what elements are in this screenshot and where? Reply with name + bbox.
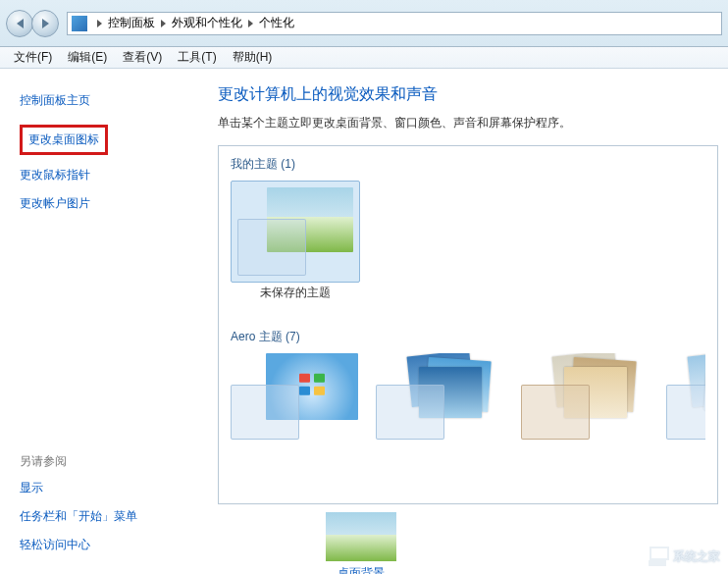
breadcrumb-item[interactable]: 控制面板	[108, 15, 155, 31]
see-also-display[interactable]: 显示	[20, 474, 206, 502]
windows-logo-icon	[299, 374, 325, 395]
desktop-background-button[interactable]: 桌面背景 9764	[302, 512, 420, 574]
theme-item-aero[interactable]	[231, 353, 358, 440]
chevron-right-icon	[97, 20, 102, 27]
menu-bar: 文件(F) 编辑(E) 查看(V) 工具(T) 帮助(H)	[0, 47, 728, 69]
sidebar-home-link[interactable]: 控制面板主页	[20, 86, 206, 115]
back-button[interactable]	[6, 10, 33, 37]
themes-list-box: 我的主题 (1) 未保存的主题 Aero 主题 (7)	[218, 145, 718, 504]
window-color-icon	[521, 385, 590, 440]
watermark: 系统之家	[646, 547, 720, 566]
window-color-icon	[231, 385, 299, 440]
menu-help[interactable]: 帮助(H)	[225, 47, 281, 68]
window-color-icon	[666, 385, 705, 440]
wallpaper-icon	[326, 512, 396, 561]
control-panel-icon	[72, 16, 87, 31]
house-icon	[646, 547, 669, 566]
window-titlebar: 控制面板 外观和个性化 个性化	[0, 0, 728, 47]
theme-item-aero[interactable]	[521, 353, 649, 440]
sidebar-link-desktop-icons[interactable]: 更改桌面图标	[28, 131, 99, 148]
arrow-left-icon	[17, 19, 24, 28]
page-subtitle: 单击某个主题立即更改桌面背景、窗口颜色、声音和屏幕保护程序。	[218, 115, 718, 131]
theme-item-aero[interactable]	[376, 353, 503, 440]
breadcrumb-item[interactable]: 外观和个性化	[172, 15, 242, 31]
menu-file[interactable]: 文件(F)	[6, 47, 60, 68]
forward-button[interactable]	[31, 10, 59, 37]
theme-name: 未保存的主题	[231, 285, 360, 301]
section-my-themes: 我的主题 (1)	[231, 156, 705, 173]
section-aero-themes: Aero 主题 (7)	[231, 329, 705, 345]
address-bar[interactable]: 控制面板 外观和个性化 个性化	[67, 12, 722, 35]
highlight-annotation: 更改桌面图标	[20, 125, 108, 155]
chevron-right-icon	[161, 20, 166, 27]
see-also-ease[interactable]: 轻松访问中心	[20, 531, 206, 559]
menu-view[interactable]: 查看(V)	[115, 47, 170, 68]
sidebar-link-account-picture[interactable]: 更改帐户图片	[20, 189, 206, 218]
main-content: 更改计算机上的视觉效果和声音 单击某个主题立即更改桌面背景、窗口颜色、声音和屏幕…	[206, 69, 728, 574]
window-color-icon	[376, 385, 444, 440]
see-also-taskbar[interactable]: 任务栏和「开始」菜单	[20, 502, 206, 531]
theme-item-aero[interactable]	[666, 353, 705, 440]
menu-tools[interactable]: 工具(T)	[170, 47, 224, 68]
theme-item-unsaved[interactable]: 未保存的主题	[231, 181, 360, 301]
breadcrumb-item[interactable]: 个性化	[259, 15, 294, 31]
aero-themes-row	[231, 353, 705, 440]
watermark-text: 系统之家	[673, 548, 720, 565]
page-title: 更改计算机上的视觉效果和声音	[218, 84, 718, 105]
desktop-bg-label: 桌面背景	[338, 565, 385, 574]
window-color-icon	[237, 219, 306, 276]
nav-buttons	[6, 10, 59, 37]
theme-thumbnail	[231, 181, 360, 283]
sidebar-link-mouse-pointers[interactable]: 更改鼠标指针	[20, 161, 206, 189]
menu-edit[interactable]: 编辑(E)	[60, 47, 115, 68]
arrow-right-icon	[42, 19, 49, 28]
chevron-right-icon	[248, 20, 253, 27]
sidebar: 控制面板主页 更改桌面图标 更改鼠标指针 更改帐户图片 另请参阅 显示 任务栏和…	[0, 69, 206, 574]
see-also-header: 另请参阅	[20, 453, 206, 470]
